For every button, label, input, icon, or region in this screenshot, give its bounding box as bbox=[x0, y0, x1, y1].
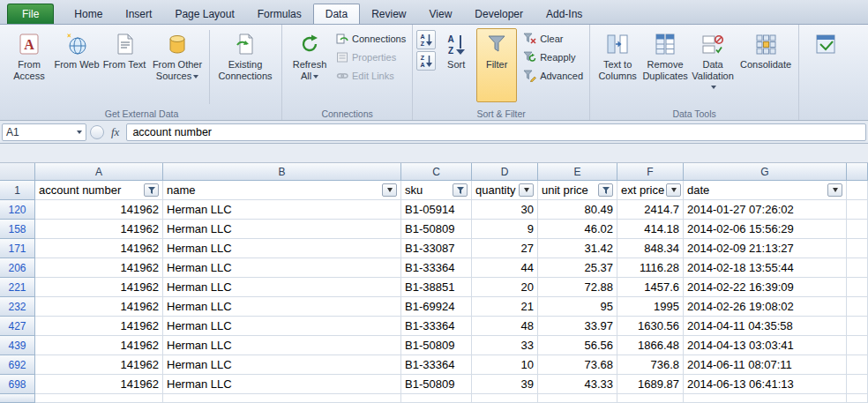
cell[interactable]: Herman LLC bbox=[163, 200, 401, 220]
header-cell-ext-price[interactable]: ext price bbox=[617, 181, 684, 200]
cell[interactable]: 141962 bbox=[35, 336, 163, 355]
cell[interactable] bbox=[847, 239, 868, 258]
row-header-1[interactable]: 1 bbox=[0, 181, 35, 200]
cell[interactable] bbox=[847, 220, 868, 239]
cell[interactable] bbox=[847, 258, 868, 278]
cell[interactable]: 1630.56 bbox=[617, 317, 684, 336]
row-header[interactable]: 221 bbox=[0, 278, 35, 297]
cell[interactable]: B1-33364 bbox=[401, 258, 472, 278]
header-cell-date[interactable]: date bbox=[684, 181, 847, 200]
filter-button[interactable]: Filter bbox=[476, 28, 517, 102]
cell[interactable]: 141962 bbox=[35, 278, 163, 297]
unit-price-filter-button[interactable] bbox=[598, 183, 613, 197]
tab-developer[interactable]: Developer bbox=[463, 4, 535, 24]
cell[interactable]: 141962 bbox=[35, 375, 163, 394]
cell[interactable]: 80.49 bbox=[538, 200, 617, 220]
cell[interactable]: B1-50809 bbox=[401, 336, 472, 355]
sort-button[interactable]: AZ Sort bbox=[436, 28, 476, 102]
cell[interactable]: Herman LLC bbox=[163, 239, 401, 258]
row-header[interactable]: 171 bbox=[0, 239, 35, 258]
cell[interactable]: B1-33364 bbox=[401, 317, 472, 336]
cell[interactable]: 736.8 bbox=[617, 355, 684, 375]
cell[interactable]: 141962 bbox=[35, 317, 163, 336]
column-header-g[interactable]: G bbox=[684, 163, 847, 181]
cell[interactable]: 141962 bbox=[35, 297, 163, 317]
cell[interactable] bbox=[847, 317, 868, 336]
cell[interactable]: 414.18 bbox=[617, 220, 684, 239]
fx-icon[interactable]: fx bbox=[108, 125, 123, 139]
sort-az-ascending-button[interactable]: AZ bbox=[416, 30, 436, 49]
cell[interactable]: 20 bbox=[472, 278, 538, 297]
cell[interactable]: 56.56 bbox=[538, 336, 617, 355]
cell[interactable] bbox=[617, 394, 684, 403]
from-access-button[interactable]: A From Access bbox=[5, 28, 53, 102]
cell[interactable]: 2014-02-06 15:56:29 bbox=[684, 220, 847, 239]
row-header[interactable]: 206 bbox=[0, 258, 35, 278]
tab-page-layout[interactable]: Page Layout bbox=[163, 4, 245, 24]
column-header-e[interactable]: E bbox=[538, 163, 617, 181]
cell[interactable] bbox=[847, 355, 868, 375]
cell[interactable]: 43.33 bbox=[538, 375, 617, 394]
cell[interactable]: 10 bbox=[472, 355, 538, 375]
data-validation-button[interactable]: Data Validation bbox=[689, 28, 737, 102]
row-header[interactable]: 692 bbox=[0, 355, 35, 375]
cell[interactable]: 1689.87 bbox=[617, 375, 684, 394]
cell[interactable]: 2014-04-13 03:03:41 bbox=[684, 336, 847, 355]
sku-filter-button[interactable] bbox=[453, 183, 468, 197]
cell[interactable] bbox=[847, 375, 868, 394]
name-box-dropdown-icon[interactable] bbox=[77, 131, 82, 134]
cell[interactable]: Herman LLC bbox=[163, 355, 401, 375]
cell[interactable]: 48 bbox=[472, 317, 538, 336]
cell[interactable]: 33.97 bbox=[538, 317, 617, 336]
cell[interactable]: 2014-06-13 06:41:13 bbox=[684, 375, 847, 394]
row-header[interactable]: 698 bbox=[0, 375, 35, 394]
cell[interactable]: B1-05914 bbox=[401, 200, 472, 220]
formula-input[interactable]: account number bbox=[126, 123, 866, 141]
column-header-b[interactable]: B bbox=[163, 163, 401, 181]
column-header-c[interactable]: C bbox=[401, 163, 472, 181]
refresh-all-button[interactable]: Refresh All bbox=[286, 28, 333, 102]
row-header[interactable]: 120 bbox=[0, 200, 35, 220]
cell[interactable]: Herman LLC bbox=[163, 278, 401, 297]
cell[interactable]: Herman LLC bbox=[163, 317, 401, 336]
column-header-f[interactable]: F bbox=[617, 163, 684, 181]
cell[interactable]: 46.02 bbox=[538, 220, 617, 239]
cell[interactable]: 39 bbox=[472, 375, 538, 394]
tab-home[interactable]: Home bbox=[63, 4, 114, 24]
cell[interactable]: Herman LLC bbox=[163, 375, 401, 394]
tab-file[interactable]: File bbox=[7, 4, 54, 24]
cell[interactable] bbox=[847, 297, 868, 317]
cell[interactable]: 9 bbox=[472, 220, 538, 239]
row-header[interactable]: 427 bbox=[0, 317, 35, 336]
date-filter-button[interactable] bbox=[827, 183, 842, 197]
cell[interactable]: 72.88 bbox=[538, 278, 617, 297]
cell[interactable]: 2014-02-26 19:08:02 bbox=[684, 297, 847, 317]
from-other-sources-button[interactable]: From Other Sources bbox=[148, 28, 206, 102]
tab-review[interactable]: Review bbox=[360, 4, 417, 24]
cell[interactable]: 1116.28 bbox=[617, 258, 684, 278]
cell[interactable] bbox=[35, 394, 163, 403]
tab-view[interactable]: View bbox=[418, 4, 464, 24]
header-cell-unit-price[interactable]: unit price bbox=[538, 181, 617, 200]
cell[interactable]: 33 bbox=[472, 336, 538, 355]
quantity-filter-button[interactable] bbox=[519, 183, 534, 197]
cell[interactable] bbox=[847, 278, 868, 297]
name-filter-button[interactable] bbox=[382, 183, 397, 197]
cell[interactable]: 27 bbox=[472, 239, 538, 258]
cell[interactable]: 25.37 bbox=[538, 258, 617, 278]
cell[interactable] bbox=[472, 394, 538, 403]
cell[interactable]: 31.42 bbox=[538, 239, 617, 258]
tab-addins[interactable]: Add-Ins bbox=[535, 4, 594, 24]
tab-formulas[interactable]: Formulas bbox=[246, 4, 313, 24]
cell[interactable] bbox=[401, 394, 472, 403]
column-header-partial[interactable] bbox=[847, 163, 868, 181]
cell[interactable]: B1-33364 bbox=[401, 355, 472, 375]
select-all-corner[interactable] bbox=[0, 163, 35, 181]
cell[interactable]: B1-38851 bbox=[401, 278, 472, 297]
cell[interactable]: B1-69924 bbox=[401, 297, 472, 317]
text-to-columns-button[interactable]: Text to Columns bbox=[594, 28, 641, 102]
cell[interactable] bbox=[163, 394, 401, 403]
cell[interactable]: 2014-02-22 16:39:09 bbox=[684, 278, 847, 297]
sort-za-descending-button[interactable]: ZA bbox=[416, 51, 436, 71]
cell[interactable]: 1995 bbox=[617, 297, 684, 317]
